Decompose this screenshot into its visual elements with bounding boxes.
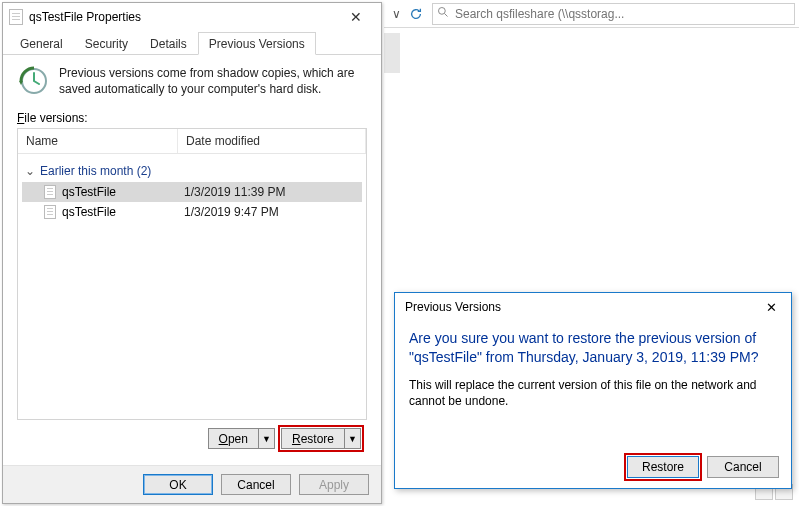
list-header: Name Date modified [18,129,366,154]
tab-strip: General Security Details Previous Versio… [3,31,381,55]
version-action-buttons: Open ▼ Restore ▼ [17,420,367,457]
close-icon[interactable]: ✕ [337,5,375,29]
dialog-buttons: OK Cancel Apply [3,465,381,503]
address-dropdown[interactable]: ∨ [388,7,404,21]
group-label: Earlier this month (2) [40,164,151,178]
file-icon [44,205,56,219]
tab-security[interactable]: Security [74,32,139,54]
tab-details[interactable]: Details [139,32,198,54]
svg-point-0 [439,8,446,15]
restore-dropdown[interactable]: ▼ [345,428,361,449]
row-name: qsTestFile [62,185,184,199]
titlebar: qsTestFile Properties ✕ [3,3,381,31]
row-date: 1/3/2019 9:47 PM [184,205,279,219]
confirm-titlebar: Previous Versions ✕ [395,293,791,321]
row-date: 1/3/2019 11:39 PM [184,185,285,199]
intro-row: Previous versions come from shadow copie… [17,65,367,97]
file-icon [9,9,23,25]
window-title: qsTestFile Properties [29,10,337,24]
ok-button[interactable]: OK [143,474,213,495]
open-dropdown[interactable]: ▼ [259,428,275,449]
confirm-body: Are you sure you want to restore the pre… [395,321,791,448]
confirm-title: Previous Versions [405,300,755,314]
row-name: qsTestFile [62,205,184,219]
explorer-content-stub [384,33,400,73]
column-date[interactable]: Date modified [178,129,366,153]
chevron-down-icon: ⌄ [24,164,36,178]
tab-previous-versions[interactable]: Previous Versions [198,32,316,55]
confirm-restore-dialog: Previous Versions ✕ Are you sure you wan… [394,292,792,489]
apply-button[interactable]: Apply [299,474,369,495]
restore-button-label[interactable]: Restore [281,428,345,449]
close-icon[interactable]: ✕ [755,296,787,318]
explorer-address-bar: ∨ [384,0,799,28]
confirm-question: Are you sure you want to restore the pre… [409,329,777,367]
confirm-warning: This will replace the current version of… [409,377,777,409]
confirm-cancel-button[interactable]: Cancel [707,456,779,478]
confirm-restore-button[interactable]: Restore [627,456,699,478]
properties-dialog: qsTestFile Properties ✕ General Security… [2,2,382,504]
restore-button[interactable]: Restore ▼ [281,428,361,449]
group-earlier-this-month[interactable]: ⌄ Earlier this month (2) [24,164,360,178]
history-clock-icon [17,65,49,97]
list-item[interactable]: qsTestFile 1/3/2019 9:47 PM [22,202,362,222]
tab-general[interactable]: General [9,32,74,54]
search-input-container[interactable] [432,3,795,25]
search-input[interactable] [453,6,790,22]
open-button[interactable]: Open ▼ [208,428,275,449]
list-item[interactable]: qsTestFile 1/3/2019 11:39 PM [22,182,362,202]
file-versions-label: File versions: [17,111,367,125]
svg-line-1 [445,14,448,17]
confirm-buttons: Restore Cancel [395,448,791,488]
open-button-label[interactable]: Open [208,428,259,449]
versions-list: Name Date modified ⌄ Earlier this month … [17,128,367,420]
refresh-icon[interactable] [406,4,426,24]
list-rows: ⌄ Earlier this month (2) qsTestFile 1/3/… [18,154,366,226]
intro-text: Previous versions come from shadow copie… [59,65,367,97]
cancel-button[interactable]: Cancel [221,474,291,495]
search-icon [437,6,449,21]
file-icon [44,185,56,199]
column-name[interactable]: Name [18,129,178,153]
tab-body: Previous versions come from shadow copie… [3,55,381,465]
